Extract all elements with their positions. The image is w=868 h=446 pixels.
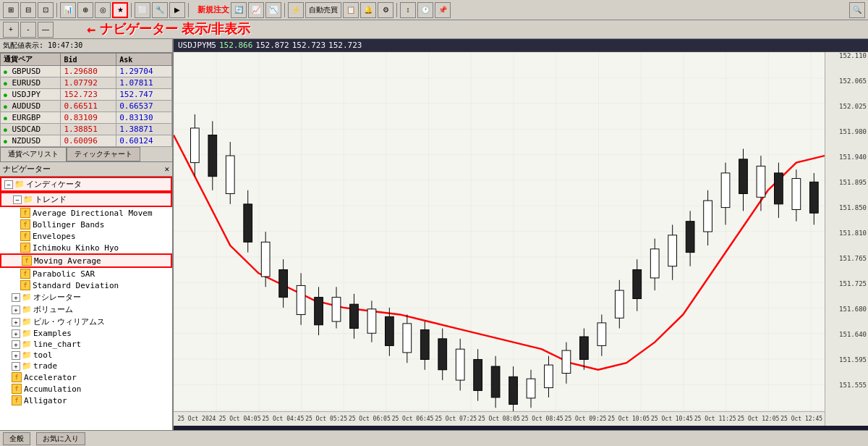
- toolbar-btn-auto[interactable]: 自動売買: [305, 2, 341, 18]
- folder-icon: 📁: [22, 293, 32, 302]
- toolbar-btn-18[interactable]: 🕐: [417, 2, 433, 18]
- nav-indicator-item[interactable]: fBollinger Bands: [0, 219, 172, 230]
- time-label: 25 Oct 06:05: [348, 416, 391, 422]
- time-label: 25 Oct 12:45: [780, 416, 823, 422]
- nav-indicator-item[interactable]: fStandard Deviation: [0, 279, 172, 291]
- nav-folder-item[interactable]: +📁ボリューム: [0, 303, 172, 316]
- bid-cell: 1.07792: [61, 77, 116, 89]
- nav-folder-item[interactable]: +📁tool: [0, 350, 172, 361]
- nav-item-label: line_chart: [33, 340, 81, 349]
- toolbar-btn-star[interactable]: ★: [112, 2, 128, 18]
- toolbar-btn-17[interactable]: ↕: [400, 2, 416, 18]
- time-label: 25 Oct 11:25: [694, 416, 737, 422]
- expand-icon[interactable]: +: [12, 362, 20, 371]
- currency-row[interactable]: ● EURGBP 0.83109 0.83130: [1, 112, 172, 124]
- svg-rect-43: [545, 365, 553, 387]
- expand-icon[interactable]: +: [12, 351, 20, 360]
- bid-cell: 1.38851: [61, 124, 116, 135]
- indicator-icon: f: [20, 269, 30, 279]
- toolbar-btn-13[interactable]: ⚡: [288, 2, 304, 18]
- toolbar-btn-14[interactable]: 📋: [343, 2, 359, 18]
- svg-rect-33: [456, 349, 464, 380]
- toolbar-btn-10[interactable]: 🔄: [231, 2, 247, 18]
- nav-item-label: ボリューム: [33, 304, 73, 315]
- tab-tick-chart[interactable]: ティックチャート: [67, 147, 140, 161]
- svg-rect-11: [261, 242, 270, 277]
- nav-item-label: Envelopes: [33, 232, 76, 241]
- nav-indicator-item[interactable]: fMoving Average: [0, 253, 172, 268]
- nav-indicator-item[interactable]: fAlligator: [0, 395, 172, 406]
- chart-val2: 152.723: [292, 41, 326, 50]
- nav-indicator-item[interactable]: fAccelerator: [0, 371, 172, 383]
- nav-folder-item[interactable]: −📁トレンド: [0, 192, 172, 207]
- expand-icon[interactable]: +: [12, 329, 20, 338]
- expand-icon[interactable]: +: [12, 306, 20, 314]
- navigator-header: ナビゲーター ✕: [0, 162, 172, 177]
- currency-row[interactable]: ● NZDUSD 0.60096 0.60124: [1, 135, 172, 147]
- price-label: 151.555: [839, 382, 867, 389]
- sub-btn-dash[interactable]: —: [38, 22, 54, 38]
- nav-folder-item[interactable]: +📁オシレーター: [0, 291, 172, 303]
- nav-folder-item[interactable]: +📁trade: [0, 361, 172, 371]
- price-label: 151.940: [839, 153, 867, 161]
- ask-cell: 1.29704: [116, 66, 172, 77]
- expand-icon[interactable]: −: [4, 180, 13, 189]
- time-label: 25 Oct 2024: [175, 416, 218, 422]
- currency-row[interactable]: ● GBPUSD 1.29680 1.29704: [1, 66, 172, 77]
- status-btn-favorites[interactable]: お気に入り: [36, 432, 85, 445]
- tab-currency-list[interactable]: 通貨ペアリスト: [0, 147, 67, 161]
- currency-row[interactable]: ● AUDUSD 0.66511 0.66537: [1, 101, 172, 112]
- currency-row[interactable]: ● USDCAD 1.38851 1.38871: [1, 124, 172, 135]
- expand-icon[interactable]: +: [12, 293, 20, 302]
- nav-folder-item[interactable]: +📁ビル・ウィリアムス: [0, 316, 172, 328]
- nav-folder-item[interactable]: −📁インディケータ: [0, 177, 172, 192]
- expand-icon[interactable]: +: [12, 318, 20, 327]
- nav-item-label: オシレーター: [33, 292, 81, 303]
- annotation-label: ナビゲーター 表示/非表示: [100, 20, 250, 38]
- svg-rect-9: [244, 204, 252, 242]
- currency-pair-cell: ● EURGBP: [1, 112, 61, 124]
- toolbar-btn-16[interactable]: ⚙: [378, 2, 393, 18]
- toolbar-btn-6[interactable]: ◎: [95, 2, 111, 18]
- toolbar-btn-9[interactable]: ▶: [169, 2, 185, 18]
- currency-pair-cell: ● USDCAD: [1, 124, 61, 135]
- svg-rect-59: [686, 222, 694, 253]
- sub-btn-plus[interactable]: +: [3, 22, 19, 38]
- nav-indicator-item[interactable]: fAccumulation: [0, 383, 172, 395]
- toolbar-btn-1[interactable]: ⊞: [3, 2, 19, 18]
- sub-btn-minus[interactable]: -: [20, 22, 36, 38]
- svg-rect-27: [403, 324, 412, 353]
- currency-row[interactable]: ● EURUSD 1.07792 1.07811: [1, 77, 172, 89]
- svg-rect-49: [597, 323, 606, 345]
- folder-icon: 📁: [22, 317, 32, 327]
- expand-icon[interactable]: −: [13, 195, 22, 204]
- time-label: 25 Oct 09:25: [564, 416, 608, 422]
- chart-val3: 152.723: [328, 41, 362, 50]
- toolbar-btn-4[interactable]: 📊: [60, 2, 76, 18]
- currency-row[interactable]: ● USDJPY 152.723 152.747: [1, 89, 172, 101]
- nav-indicator-item[interactable]: fIchimoku Kinko Hyo: [0, 242, 172, 253]
- sep1: [56, 3, 57, 17]
- search-button[interactable]: 🔍: [849, 2, 865, 18]
- navigator-close-btn[interactable]: ✕: [164, 164, 169, 174]
- nav-indicator-item[interactable]: fParabolic SAR: [0, 268, 172, 279]
- expand-icon[interactable]: +: [12, 340, 20, 349]
- status-btn-all[interactable]: 全般: [3, 432, 30, 445]
- toolbar-btn-5[interactable]: ⊕: [77, 2, 93, 18]
- toolbar-btn-15[interactable]: 🔔: [360, 2, 376, 18]
- nav-indicator-item[interactable]: fEnvelopes: [0, 230, 172, 242]
- nav-folder-item[interactable]: +📁line_chart: [0, 339, 172, 350]
- toolbar-btn-11[interactable]: 📈: [248, 2, 264, 18]
- price-label: 151.640: [839, 331, 867, 338]
- nav-folder-item[interactable]: +📁Examples: [0, 328, 172, 339]
- svg-rect-23: [367, 309, 376, 333]
- toolbar-btn-7[interactable]: ⬜: [135, 2, 150, 18]
- toolbar-btn-19[interactable]: 📌: [435, 2, 451, 18]
- price-axis: 152.110152.065152.025151.980151.940151.8…: [825, 52, 868, 426]
- toolbar-btn-2[interactable]: ⊟: [20, 2, 36, 18]
- svg-rect-31: [438, 339, 447, 370]
- toolbar-btn-12[interactable]: 📉: [265, 2, 281, 18]
- nav-indicator-item[interactable]: fAverage Directional Movem: [0, 207, 172, 219]
- toolbar-btn-3[interactable]: ⊡: [38, 2, 54, 18]
- toolbar-btn-8[interactable]: 🔧: [152, 2, 168, 18]
